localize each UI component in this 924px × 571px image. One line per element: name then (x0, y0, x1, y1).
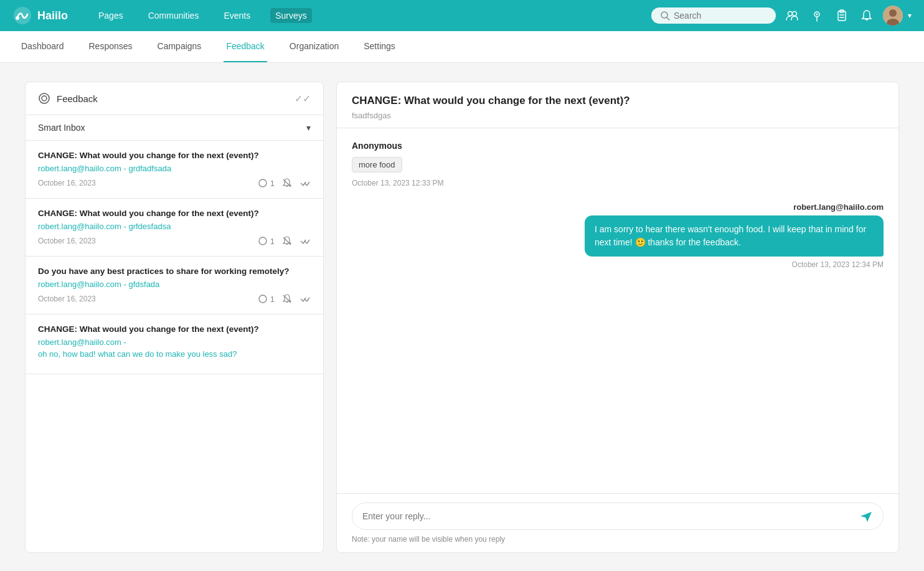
svg-point-7 (816, 14, 818, 16)
send-button[interactable] (859, 509, 873, 523)
svg-point-4 (788, 12, 793, 16)
item-author-0: robert.lang@haiilo.com (38, 164, 121, 173)
chat-bubble-icon (258, 294, 268, 304)
sub-nav: Dashboard Responses Campaigns Feedback O… (0, 31, 924, 63)
reply-count-2[interactable]: 1 (258, 294, 275, 304)
right-panel: CHANGE: What would you change for the ne… (336, 82, 899, 553)
right-panel-body: Anonymous more food October 13, 2023 12:… (337, 128, 898, 493)
reply-input[interactable] (362, 511, 853, 521)
feedback-item[interactable]: CHANGE: What would you change for the ne… (26, 141, 323, 199)
reply-time: October 13, 2023 12:34 PM (352, 260, 884, 269)
response-tag: more food (352, 157, 402, 172)
top-nav: Haiilo Pages Communities Events Surveys (0, 0, 924, 31)
resolve-btn-2[interactable] (299, 294, 311, 304)
left-panel: Feedback ✓✓ Smart Inbox ▾ CHANGE: What w… (25, 82, 324, 553)
bell-off-icon (282, 294, 292, 304)
nav-communities[interactable]: Communities (143, 8, 204, 23)
nav-events[interactable]: Events (219, 8, 255, 23)
svg-point-16 (42, 96, 47, 101)
top-nav-right: ▾ (651, 6, 912, 26)
logo[interactable]: Haiilo (12, 6, 75, 26)
clipboard-icon[interactable] (833, 7, 851, 24)
mute-btn-2[interactable] (282, 294, 292, 304)
left-panel-title: Feedback (38, 92, 98, 105)
item-author-2: robert.lang@haiilo.com (38, 280, 121, 289)
feedback-item[interactable]: Do you have any best practices to share … (26, 257, 323, 314)
location-icon[interactable] (808, 7, 826, 24)
svg-point-19 (259, 237, 266, 245)
bell-icon[interactable] (858, 7, 875, 24)
checkmark-icon (299, 178, 311, 188)
search-icon (660, 11, 670, 21)
chat-bubble-icon (258, 236, 268, 246)
svg-point-1 (16, 16, 19, 20)
reply-count-0[interactable]: 1 (258, 178, 275, 188)
resolve-btn-1[interactable] (299, 236, 311, 246)
item-date-1: October 16, 2023 (38, 237, 96, 245)
reply-note: Note: your name will be visible when you… (352, 535, 884, 544)
subnav-dashboard[interactable]: Dashboard (19, 31, 67, 62)
subnav-feedback[interactable]: Feedback (224, 31, 266, 62)
item-date-2: October 16, 2023 (38, 295, 96, 303)
checkmark-icon (299, 236, 311, 246)
chat-bubble-icon (258, 178, 268, 188)
send-icon (859, 509, 873, 523)
subnav-campaigns[interactable]: Campaigns (155, 31, 204, 62)
mute-btn-0[interactable] (282, 178, 292, 188)
svg-point-15 (39, 93, 49, 103)
reply-sender: robert.lang@haiilo.com (352, 202, 884, 212)
bell-off-icon (282, 236, 292, 246)
avatar[interactable] (883, 6, 903, 26)
avatar-chevron-icon[interactable]: ▾ (908, 11, 912, 20)
subnav-responses[interactable]: Responses (87, 31, 135, 62)
reply-count-1[interactable]: 1 (258, 236, 275, 246)
right-panel-header: CHANGE: What would you change for the ne… (337, 82, 898, 128)
item-response-2: gfdsfada (128, 280, 159, 289)
feedback-item[interactable]: CHANGE: What would you change for the ne… (26, 314, 323, 374)
check-all-icon[interactable]: ✓✓ (295, 93, 311, 105)
right-panel-footer: Note: your name will be visible when you… (337, 493, 898, 552)
response-date: October 13, 2023 12:33 PM (352, 179, 884, 187)
reply-input-row (352, 503, 884, 530)
svg-point-13 (889, 9, 897, 17)
subnav-settings[interactable]: Settings (361, 31, 398, 62)
subnav-organization[interactable]: Organization (287, 31, 341, 62)
top-nav-links: Pages Communities Events Surveys (93, 8, 633, 23)
nav-pages[interactable]: Pages (93, 8, 128, 23)
people-icon[interactable] (783, 7, 801, 24)
bell-off-icon (282, 178, 292, 188)
feedback-item[interactable]: CHANGE: What would you change for the ne… (26, 199, 323, 257)
main-content: Feedback ✓✓ Smart Inbox ▾ CHANGE: What w… (0, 63, 924, 571)
nav-surveys[interactable]: Surveys (270, 8, 312, 23)
inbox-selector[interactable]: Smart Inbox ▾ (26, 115, 323, 141)
item-response-1: grfdesfadsa (128, 222, 171, 231)
checkmark-icon (299, 294, 311, 304)
item-response-0: grdfadfsada (128, 164, 171, 173)
search-input[interactable] (674, 11, 761, 21)
reply-bubble: I am sorry to hear there wasn't enough f… (585, 215, 884, 257)
mute-btn-1[interactable] (282, 236, 292, 246)
resolve-btn-0[interactable] (299, 178, 311, 188)
item-date-0: October 16, 2023 (38, 179, 96, 187)
chevron-down-icon: ▾ (306, 123, 311, 133)
respondent-name: Anonymous (352, 141, 884, 151)
survey-id: fsadfsdgas (352, 111, 884, 120)
svg-point-5 (793, 12, 797, 16)
left-panel-header: Feedback ✓✓ (26, 82, 323, 115)
right-question: CHANGE: What would you change for the ne… (352, 95, 884, 107)
chat-icon (38, 92, 50, 105)
svg-line-3 (667, 17, 669, 20)
search-box[interactable] (651, 7, 776, 24)
svg-point-21 (259, 295, 266, 303)
svg-point-17 (259, 179, 266, 187)
item-author-1: robert.lang@haiilo.com (38, 222, 121, 231)
item-author-3: robert.lang@haiilo.com (38, 337, 121, 347)
